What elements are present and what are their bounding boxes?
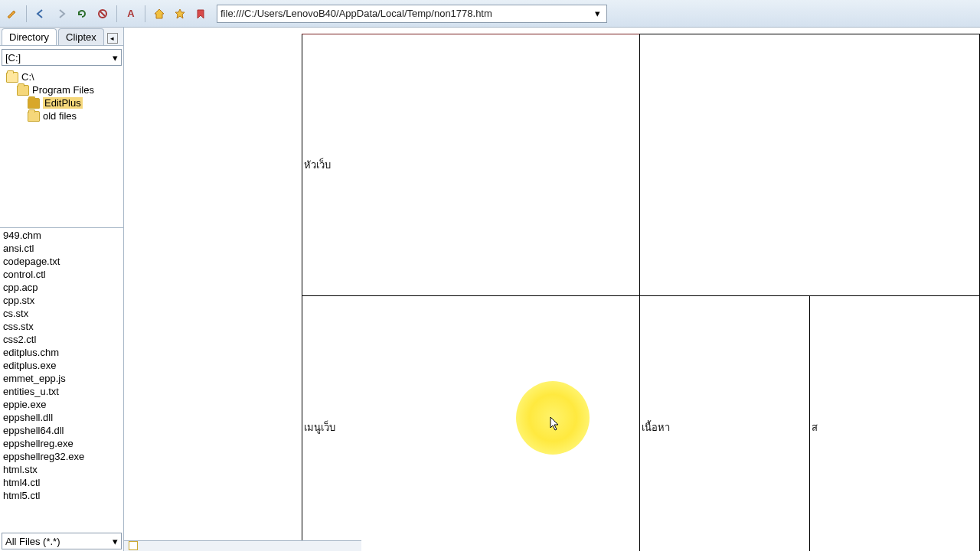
- file-item[interactable]: cs.stx: [2, 307, 122, 320]
- main-toolbar: A file:///C:/Users/LenovoB40/AppData/Loc…: [0, 0, 980, 28]
- cell-right-extra: ส: [810, 296, 979, 551]
- tree-node[interactable]: Program Files: [0, 83, 123, 96]
- stop-icon[interactable]: [93, 5, 112, 23]
- file-item[interactable]: emmet_epp.js: [2, 372, 122, 385]
- tree-node[interactable]: C:\: [0, 70, 123, 83]
- file-item[interactable]: 949.chm: [2, 229, 122, 242]
- file-item[interactable]: eppshell64.dll: [2, 424, 122, 437]
- folder-tree: C:\Program FilesEditPlusold files: [0, 69, 123, 228]
- bookmark-icon[interactable]: [191, 5, 210, 23]
- folder-icon: [6, 72, 18, 83]
- file-item[interactable]: eppshellreg.exe: [2, 437, 122, 450]
- file-item[interactable]: editplus.chm: [2, 346, 122, 359]
- tab-cliptext[interactable]: Cliptex: [58, 28, 104, 45]
- folder-icon: [17, 85, 29, 96]
- file-item[interactable]: entities_u.txt: [2, 385, 122, 398]
- address-text: file:///C:/Users/LenovoB40/AppData/Local…: [220, 8, 591, 19]
- file-item[interactable]: html.stx: [2, 463, 122, 476]
- side-tabs: Directory Cliptex ◂: [0, 28, 123, 46]
- cell-header-right: [640, 34, 980, 296]
- cell-body: เนื้อหา: [640, 296, 809, 551]
- tree-label: Program Files: [32, 84, 94, 96]
- star-icon[interactable]: [171, 5, 189, 23]
- file-item[interactable]: eppie.exe: [2, 398, 122, 411]
- file-item[interactable]: eppshellreg32.exe: [2, 450, 122, 463]
- page-table: หัวเว็บ เมนูเว็บ เนื้อหา ส: [302, 34, 980, 551]
- file-item[interactable]: editplus.exe: [2, 359, 122, 372]
- file-item[interactable]: cpp.acp: [2, 281, 122, 294]
- file-item[interactable]: html4.ctl: [2, 476, 122, 489]
- tab-scroll-icon[interactable]: ◂: [107, 33, 118, 44]
- letter-a-icon[interactable]: A: [122, 5, 140, 23]
- tree-node[interactable]: EditPlus: [0, 96, 123, 109]
- file-item[interactable]: html5.ctl: [2, 489, 122, 502]
- chevron-down-icon: ▾: [113, 536, 118, 547]
- file-item[interactable]: eppshell.dll: [2, 411, 122, 424]
- forward-icon[interactable]: [52, 5, 70, 23]
- preview-area: หัวเว็บ เมนูเว็บ เนื้อหา ส: [124, 28, 980, 551]
- status-strip: [124, 540, 361, 551]
- tree-label: old files: [43, 110, 77, 122]
- address-bar[interactable]: file:///C:/Users/LenovoB40/AppData/Local…: [217, 5, 607, 23]
- tree-label: EditPlus: [43, 97, 83, 109]
- drive-label: [C:]: [5, 52, 21, 64]
- refresh-icon[interactable]: [73, 5, 91, 23]
- home-icon[interactable]: [150, 5, 168, 23]
- chevron-down-icon[interactable]: ▾: [591, 8, 603, 19]
- tab-directory[interactable]: Directory: [2, 28, 57, 45]
- folder-icon: [28, 98, 40, 109]
- back-icon[interactable]: [31, 5, 50, 23]
- tree-label: C:\: [21, 71, 34, 83]
- file-item[interactable]: cpp.stx: [2, 294, 122, 307]
- document-icon: [129, 541, 138, 550]
- separator: [116, 5, 117, 22]
- file-item[interactable]: control.ctl: [2, 268, 122, 281]
- file-item[interactable]: ansi.ctl: [2, 242, 122, 255]
- cell-header: หัวเว็บ: [302, 34, 640, 296]
- side-panel: Directory Cliptex ◂ [C:] ▾ C:\Program Fi…: [0, 28, 124, 551]
- svg-line-1: [100, 11, 105, 16]
- edit-icon[interactable]: [3, 5, 21, 23]
- file-filter[interactable]: All Files (*.*) ▾: [2, 533, 122, 549]
- separator: [145, 5, 145, 22]
- cell-menu: เมนูเว็บ: [302, 296, 640, 552]
- tree-node[interactable]: old files: [0, 109, 123, 122]
- chevron-down-icon: ▾: [113, 52, 118, 64]
- separator: [26, 5, 27, 22]
- file-item[interactable]: css.stx: [2, 320, 122, 333]
- file-list[interactable]: 949.chmansi.ctlcodepage.txtcontrol.ctlcp…: [0, 228, 123, 531]
- filter-label: All Files (*.*): [5, 536, 60, 547]
- file-item[interactable]: css2.ctl: [2, 333, 122, 346]
- file-item[interactable]: codepage.txt: [2, 255, 122, 268]
- folder-icon: [28, 111, 40, 122]
- main-area: Directory Cliptex ◂ [C:] ▾ C:\Program Fi…: [0, 28, 980, 551]
- cell-content: เนื้อหา ส: [640, 296, 980, 552]
- drive-selector[interactable]: [C:] ▾: [2, 49, 122, 66]
